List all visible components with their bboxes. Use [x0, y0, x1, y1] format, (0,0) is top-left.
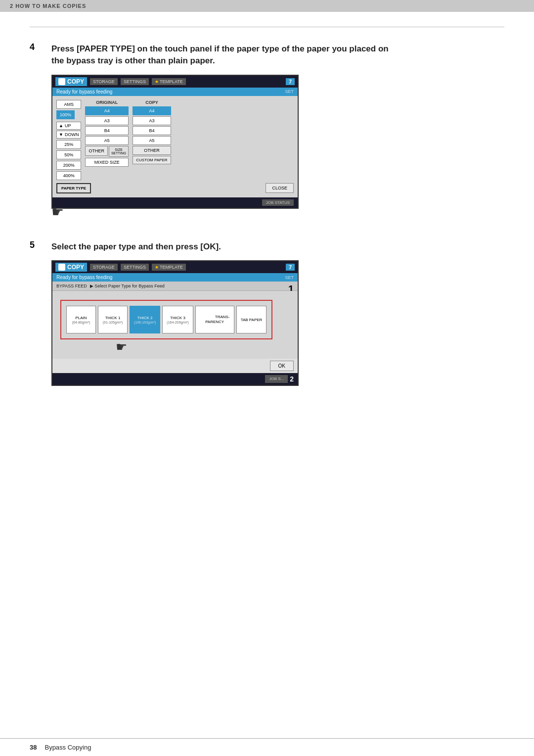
step-4-text: Press [PAPER TYPE] on the touch panel if… [51, 42, 389, 67]
footer-number-2: 2 [290, 375, 294, 383]
zoom-down-btn[interactable]: ▼ DOWN [56, 131, 81, 139]
panel-4-topbar: COPY STORAGE SETTINGS ★ TEMPLATE 7 [52, 76, 298, 88]
page-footer: 38 Bypass Copying [0, 738, 534, 756]
set-label-5: SET [285, 275, 294, 280]
set-text-4: SET [285, 89, 294, 94]
step-4-number: 4 [30, 42, 44, 53]
panel-4-bottom: PAPER TYPE CLOSE [56, 183, 294, 193]
main-grid-4: AMS 100% ▲ UP ▼ DOWN 25% 50% 200% 40 [56, 100, 294, 180]
zoom-ams[interactable]: AMS [56, 100, 81, 109]
bypass-feed-row: BYPASS FEED ▶ Select Paper Type for Bypa… [52, 282, 298, 291]
copy-col: COPY A4 A3 B4 A5 OTHER CUSTOM PAPER [133, 100, 171, 180]
orig-a3[interactable]: A3 [85, 116, 129, 125]
zoom-col-4: AMS 100% ▲ UP ▼ DOWN 25% 50% 200% 40 [56, 100, 81, 180]
status-text-5: Ready for bypass feeding [56, 275, 112, 280]
ok-button[interactable]: OK [270, 361, 294, 371]
job-status-4[interactable]: JOB STATUS [262, 199, 294, 206]
size-setting-btn[interactable]: SIZESETTING [109, 146, 129, 157]
step-5-text: Select the paper type and then press [OK… [51, 240, 221, 253]
ok-row: OK [52, 359, 298, 373]
tab-number-5: 7 [286, 264, 295, 271]
zoom-100[interactable]: 100% [56, 110, 75, 119]
copy-icon-4 [58, 78, 65, 85]
zoom-50[interactable]: 50% [56, 150, 81, 159]
paper-type-grid: PLAIN(64-80g/m²) THICK 1(91-105g/m²) THI… [60, 300, 272, 339]
orig-a5[interactable]: A5 [85, 136, 129, 145]
orig-b4[interactable]: B4 [85, 126, 129, 135]
copy-label-5: COPY [67, 264, 84, 271]
copy-a3[interactable]: A3 [133, 116, 171, 125]
zoom-25[interactable]: 25% [56, 140, 81, 149]
top-bar-text: 2 HOW TO MAKE COPIES [10, 3, 86, 9]
type-plain[interactable]: PLAIN(64-80g/m²) [66, 306, 96, 333]
tab-settings-4[interactable]: SETTINGS [121, 78, 149, 85]
step-4-text-line1: Press [PAPER TYPE] on the touch panel if… [51, 44, 389, 53]
zoom-up-btn[interactable]: ▲ UP [56, 122, 81, 130]
tab-storage-5[interactable]: STORAGE [90, 264, 118, 271]
tab-template-4[interactable]: ★ TEMPLATE [152, 78, 186, 85]
step-4: 4 Press [PAPER TYPE] on the touch panel … [30, 42, 504, 220]
copier-screen-5: COPY STORAGE SETTINGS ★ TEMPLATE 7 Ready… [51, 260, 299, 386]
orig-other-row: OTHER SIZESETTING [85, 146, 129, 157]
panel-5-body-wrapper: 1 BYPASS FEED ▶ Select Paper Type for By… [52, 282, 298, 373]
orig-a4[interactable]: A4 [85, 106, 129, 115]
close-button-4[interactable]: CLOSE [266, 183, 294, 193]
copy-icon-5 [58, 264, 65, 271]
tab-template-label-4: TEMPLATE [160, 79, 183, 84]
copy-a5[interactable]: A5 [133, 136, 171, 145]
step-4-text-line2: the bypass tray is other than plain pape… [51, 56, 215, 65]
job-status-5[interactable]: JOB S... [265, 375, 288, 383]
zoom-200[interactable]: 200% [56, 161, 81, 170]
status-text-4: Ready for bypass feeding [56, 89, 112, 94]
orig-other[interactable]: OTHER [85, 146, 108, 156]
type-transparency[interactable]: TRANS-PARENCY [195, 306, 234, 333]
tab-settings-5[interactable]: SETTINGS [121, 264, 149, 271]
divider [30, 27, 504, 27]
copy-label-4: COPY [67, 78, 84, 85]
type-thick2[interactable]: THICK 2(106-163g/m²) [130, 306, 160, 333]
copy-other[interactable]: OTHER [133, 146, 171, 155]
hand-cursor-5-area: ☛ [56, 339, 294, 355]
type-thick1[interactable]: THICK 1(91-105g/m²) [98, 306, 128, 333]
step-5-number: 5 [30, 240, 44, 251]
tab-template-label-5: TEMPLATE [160, 265, 183, 270]
copy-tab-4[interactable]: COPY [55, 77, 87, 86]
copy-custom[interactable]: CUSTOM PAPER [133, 156, 171, 164]
top-bar: 2 HOW TO MAKE COPIES [0, 0, 534, 12]
star-icon-4: ★ [155, 79, 159, 84]
copy-a4[interactable]: A4 [133, 106, 171, 115]
up-label: UP [65, 123, 71, 128]
panel-5-footer: JOB S... 2 [52, 373, 298, 385]
footer-title: Bypass Copying [44, 744, 91, 751]
step-4-header: 4 Press [PAPER TYPE] on the touch panel … [30, 42, 504, 67]
hand-cursor-5: ☛ [116, 339, 127, 355]
original-col: ORIGINAL A4 A3 B4 A5 OTHER SIZESETTING M… [85, 100, 129, 180]
panel-5-body: PLAIN(64-80g/m²) THICK 1(91-105g/m²) THI… [52, 291, 298, 359]
tab-number-4: 7 [286, 78, 295, 85]
status-bar-4: Ready for bypass feeding SET [52, 88, 298, 96]
copier-screen-4: COPY STORAGE SETTINGS ★ TEMPLATE 7 Ready… [51, 75, 299, 209]
step-5-header: 5 Select the paper type and then press [… [30, 240, 504, 253]
star-icon-5: ★ [155, 265, 159, 270]
orig-mixed[interactable]: MIXED SIZE [85, 158, 129, 167]
zoom-400[interactable]: 400% [56, 171, 81, 180]
tab-template-5[interactable]: ★ TEMPLATE [152, 264, 186, 271]
bypass-label: BYPASS FEED [56, 284, 87, 288]
panel-4-body-wrapper: 1 AMS 100% ▲ UP ▼ DOWN [52, 96, 298, 197]
copy-tab-5[interactable]: COPY [55, 263, 87, 272]
copy-b4[interactable]: B4 [133, 126, 171, 135]
set-label-4: SET [285, 89, 294, 94]
bypass-desc: ▶ Select Paper Type for Bypass Feed [90, 284, 165, 288]
hand-cursor-4: ☛ [51, 204, 504, 220]
original-header: ORIGINAL [85, 100, 129, 105]
paper-type-button[interactable]: PAPER TYPE [56, 183, 91, 193]
tab-storage-4[interactable]: STORAGE [90, 78, 118, 85]
type-thick3[interactable]: THICK 3(164-209g/m²) [162, 306, 193, 333]
panel-5-topbar: COPY STORAGE SETTINGS ★ TEMPLATE 7 [52, 261, 298, 273]
zoom-100-row: 100% [56, 110, 81, 119]
step-5: 5 Select the paper type and then press [… [30, 240, 504, 386]
type-tab-paper[interactable]: TAB PAPER [236, 306, 267, 333]
down-label: DOWN [65, 132, 79, 137]
panel-4-body: AMS 100% ▲ UP ▼ DOWN 25% 50% 200% 40 [52, 96, 298, 197]
zoom-arrows: ▲ UP ▼ DOWN [56, 122, 81, 139]
